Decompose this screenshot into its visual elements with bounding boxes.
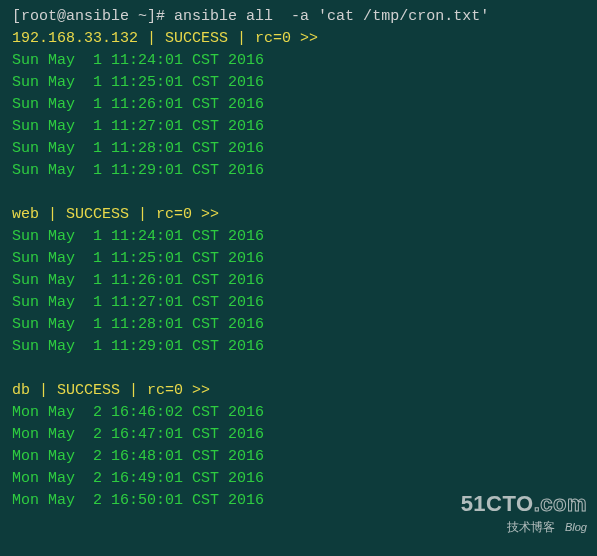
output-line: Sun May 1 11:27:01 CST 2016 [12, 292, 585, 314]
result-block-0: 192.168.33.132 | SUCCESS | rc=0 >> Sun M… [12, 28, 585, 182]
output-line: Sun May 1 11:26:01 CST 2016 [12, 270, 585, 292]
output-line: Mon May 2 16:48:01 CST 2016 [12, 446, 585, 468]
result-block-2: db | SUCCESS | rc=0 >> Mon May 2 16:46:0… [12, 380, 585, 512]
result-header: db | SUCCESS | rc=0 >> [12, 380, 585, 402]
result-header: 192.168.33.132 | SUCCESS | rc=0 >> [12, 28, 585, 50]
output-line: Sun May 1 11:25:01 CST 2016 [12, 248, 585, 270]
output-line: Mon May 2 16:50:01 CST 2016 [12, 490, 585, 512]
output-line: Sun May 1 11:29:01 CST 2016 [12, 160, 585, 182]
output-line: Sun May 1 11:28:01 CST 2016 [12, 314, 585, 336]
shell-prompt[interactable]: [root@ansible ~]# ansible all -a 'cat /t… [12, 6, 585, 28]
output-line: Mon May 2 16:49:01 CST 2016 [12, 468, 585, 490]
output-line: Sun May 1 11:27:01 CST 2016 [12, 116, 585, 138]
prompt-open-bracket: [ [12, 8, 21, 25]
prompt-path: ~ [138, 8, 147, 25]
output-line: Sun May 1 11:26:01 CST 2016 [12, 94, 585, 116]
blank-line [12, 358, 585, 380]
output-line: Sun May 1 11:28:01 CST 2016 [12, 138, 585, 160]
blank-line [12, 182, 585, 204]
output-line: Mon May 2 16:47:01 CST 2016 [12, 424, 585, 446]
watermark-sub: 技术博客Blog [461, 516, 587, 538]
result-header: web | SUCCESS | rc=0 >> [12, 204, 585, 226]
output-line: Mon May 2 16:46:02 CST 2016 [12, 402, 585, 424]
command-text: ansible all -a 'cat /tmp/cron.txt' [174, 8, 489, 25]
prompt-userhost: root@ansible [21, 8, 129, 25]
output-line: Sun May 1 11:24:01 CST 2016 [12, 226, 585, 248]
result-block-1: web | SUCCESS | rc=0 >> Sun May 1 11:24:… [12, 204, 585, 358]
output-line: Sun May 1 11:24:01 CST 2016 [12, 50, 585, 72]
output-line: Sun May 1 11:29:01 CST 2016 [12, 336, 585, 358]
output-line: Sun May 1 11:25:01 CST 2016 [12, 72, 585, 94]
prompt-close-bracket: ]# [147, 8, 174, 25]
